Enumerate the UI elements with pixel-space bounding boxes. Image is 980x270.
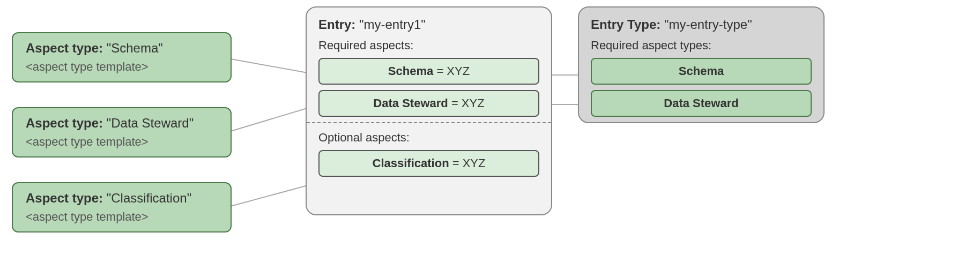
entry-type-title: Entry Type: "my-entry-type" [591, 17, 812, 32]
entry-aspect-classification: Classification = XYZ [318, 150, 539, 177]
aspect-type-box-schema: Aspect type: "Schema" <aspect type templ… [12, 32, 232, 82]
required-aspects-label: Required aspects: [318, 39, 539, 52]
entry-type-box: Entry Type: "my-entry-type" Required asp… [578, 6, 825, 123]
aspect-type-template: <aspect type template> [26, 210, 218, 224]
entry-type-aspect-schema: Schema [591, 58, 812, 85]
aspect-type-box-data-steward: Aspect type: "Data Steward" <aspect type… [12, 107, 232, 158]
entry-title: Entry: "my-entry1" [318, 17, 539, 32]
aspect-type-label: Aspect type: "Classification" [26, 191, 218, 206]
aspects-divider [307, 122, 551, 123]
entry-type-aspect-data-steward: Data Steward [591, 90, 812, 117]
aspect-type-box-classification: Aspect type: "Classification" <aspect ty… [12, 182, 232, 232]
entry-box: Entry: "my-entry1" Required aspects: Sch… [306, 6, 552, 215]
entry-aspect-data-steward: Data Steward = XYZ [318, 90, 539, 117]
aspect-type-label: Aspect type: "Schema" [26, 41, 218, 56]
optional-aspects-label: Optional aspects: [318, 131, 539, 145]
aspect-type-template: <aspect type template> [26, 135, 218, 149]
aspect-type-template: <aspect type template> [26, 60, 218, 74]
required-aspect-types-label: Required aspect types: [591, 39, 812, 52]
entry-aspect-schema: Schema = XYZ [318, 58, 539, 85]
aspect-type-label: Aspect type: "Data Steward" [26, 116, 218, 131]
